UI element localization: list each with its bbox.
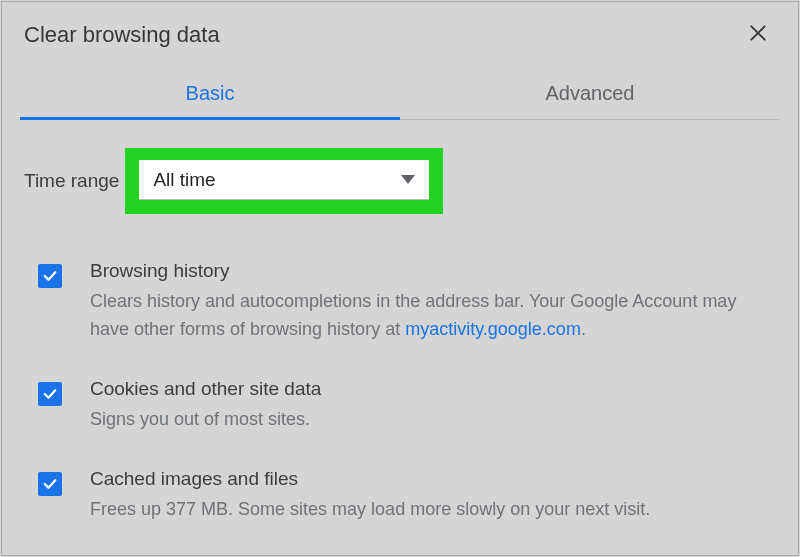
time-range-row: Time range All time (24, 148, 776, 214)
clear-browsing-data-dialog: Clear browsing data Basic Advanced Time … (1, 1, 799, 556)
dialog-header: Clear browsing data (2, 2, 798, 70)
tab-basic[interactable]: Basic (20, 70, 400, 119)
close-icon (748, 23, 768, 43)
check-icon (41, 385, 59, 403)
check-icon (41, 475, 59, 493)
tab-advanced[interactable]: Advanced (400, 70, 780, 119)
option-text: Cookies and other site data Signs you ou… (90, 378, 776, 434)
time-range-select[interactable]: All time (139, 160, 429, 200)
checkbox-cookies[interactable] (38, 382, 62, 406)
option-cache: Cached images and files Frees up 377 MB.… (38, 468, 776, 524)
option-title: Cached images and files (90, 468, 768, 490)
option-browsing-history: Browsing history Clears history and auto… (38, 260, 776, 344)
option-text: Browsing history Clears history and auto… (90, 260, 776, 344)
option-desc: Clears history and autocompletions in th… (90, 288, 768, 344)
option-title: Cookies and other site data (90, 378, 768, 400)
close-button[interactable] (748, 23, 768, 47)
time-range-label: Time range (24, 170, 119, 192)
time-range-highlight: All time (125, 148, 443, 214)
option-desc: Signs you out of most sites. (90, 406, 768, 434)
myactivity-link[interactable]: myactivity.google.com (405, 319, 581, 339)
dialog-body: Time range All time Browsing history Cle… (2, 120, 798, 524)
option-text: Cached images and files Frees up 377 MB.… (90, 468, 776, 524)
option-desc: Frees up 377 MB. Some sites may load mor… (90, 496, 768, 524)
option-cookies: Cookies and other site data Signs you ou… (38, 378, 776, 434)
time-range-value: All time (153, 169, 215, 191)
dialog-title: Clear browsing data (24, 22, 220, 48)
check-icon (41, 267, 59, 285)
option-title: Browsing history (90, 260, 768, 282)
tab-bar: Basic Advanced (20, 70, 780, 120)
checkbox-cache[interactable] (38, 472, 62, 496)
chevron-down-icon (401, 175, 415, 184)
checkbox-browsing-history[interactable] (38, 264, 62, 288)
